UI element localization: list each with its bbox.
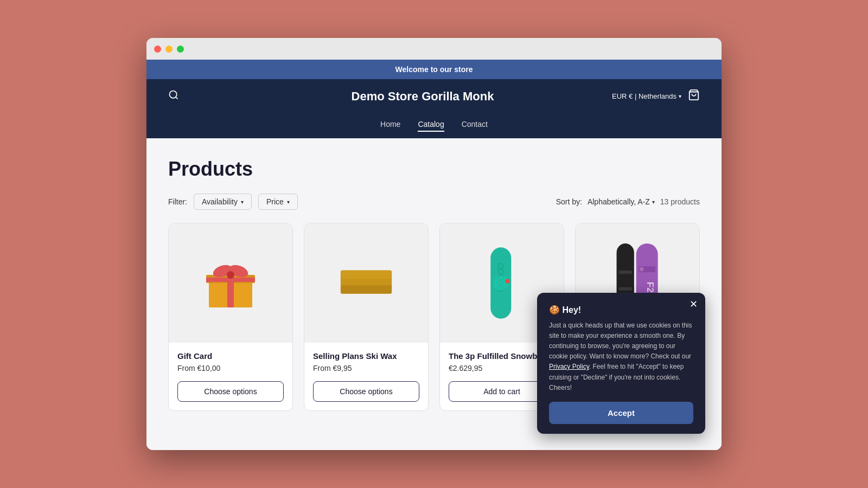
filter-right: Sort by: Alphabetically, A-Z ▾ 13 produc… [556,197,700,206]
availability-filter[interactable]: Availability ▾ [194,194,252,210]
svg-rect-12 [341,285,392,294]
cookie-accept-button[interactable]: Accept [549,402,693,424]
cookie-popup: ✕ 🍪 Hey! Just a quick heads up that we u… [537,293,705,434]
nav-home[interactable]: Home [380,120,400,132]
sort-selector[interactable]: Alphabetically, A-Z ▾ [588,197,655,206]
svg-rect-25 [618,287,632,291]
product-image-gift-card [169,223,292,343]
price-label: Price [266,197,284,206]
choose-options-btn-1[interactable]: Choose options [177,381,284,402]
header-right: EUR € | Netherlands ▾ [612,89,700,104]
browser-titlebar [146,38,722,60]
main-nav: Home Catalog Contact [168,113,700,138]
cookie-emoji: 🍪 [549,305,560,314]
svg-line-1 [176,97,178,99]
product-image-ski-wax [304,223,428,343]
ski-wax-image [336,264,396,302]
svg-rect-24 [618,271,632,274]
cart-button[interactable] [688,89,700,104]
price-filter[interactable]: Price ▾ [258,194,298,210]
svg-point-20 [505,279,509,283]
cookie-body-text: Just a quick heads up that we use cookie… [549,320,693,393]
svg-rect-11 [341,270,392,279]
price-chevron: ▾ [287,199,290,205]
currency-selector[interactable]: EUR € | Netherlands ▾ [612,92,681,100]
svg-point-15 [498,269,503,274]
product-count: 13 products [660,197,700,206]
product-name-2: Selling Plans Ski Wax [313,351,419,361]
product-card-1: Gift Card From €10,00 Choose options [168,223,293,411]
filter-left: Filter: Availability ▾ Price ▾ [168,194,298,210]
product-card-2: Selling Plans Ski Wax From €9,95 Choose … [304,223,429,411]
svg-point-19 [493,275,508,291]
header-top: Demo Store Gorilla Monk EUR € | Netherla… [168,79,700,113]
privacy-policy-link[interactable]: Privacy Policy [549,363,589,370]
header-left [168,89,233,103]
availability-chevron: ▾ [241,199,244,205]
browser-window: Welcome to our store Demo Store Gorilla … [146,38,722,450]
product-price-2: From €9,95 [313,364,419,373]
announcement-bar: Welcome to our store [146,60,722,79]
sort-chevron: ▾ [652,199,655,205]
availability-label: Availability [202,197,238,206]
header: Demo Store Gorilla Monk EUR € | Netherla… [146,79,722,138]
svg-point-14 [498,264,503,269]
nav-catalog[interactable]: Catalog [418,120,444,132]
svg-text:F2: F2 [645,282,655,293]
search-button[interactable] [168,89,179,103]
product-info-gift-card: Gift Card From €10,00 [169,343,292,381]
sort-value: Alphabetically, A-Z [588,197,650,206]
product-info-ski-wax: Selling Plans Ski Wax From €9,95 [304,343,428,381]
cookie-title-text: Hey! [562,305,581,314]
maximize-dot[interactable] [177,46,184,53]
choose-options-btn-2[interactable]: Choose options [313,381,419,402]
filter-bar: Filter: Availability ▾ Price ▾ Sort by: … [168,194,700,210]
filter-label: Filter: [168,197,187,206]
sort-label: Sort by: [556,197,582,206]
currency-text: EUR € | Netherlands [612,92,676,100]
gift-card-image [203,256,258,310]
currency-chevron: ▾ [679,93,681,99]
minimize-dot[interactable] [165,46,173,53]
store-logo: Demo Store Gorilla Monk [233,89,612,104]
snowboard-teal-image [477,229,526,337]
svg-point-27 [640,267,644,272]
cookie-title: 🍪 Hey! [549,305,693,315]
cookie-close-button[interactable]: ✕ [690,298,698,310]
cookie-body-before: Just a quick heads up that we use cookie… [549,322,692,361]
svg-point-9 [227,271,234,279]
svg-point-0 [170,91,177,98]
product-name-1: Gift Card [177,351,284,361]
nav-contact[interactable]: Contact [462,120,488,132]
announcement-text: Welcome to our store [395,65,473,74]
close-dot[interactable] [154,46,161,53]
page-title: Products [168,158,700,181]
product-price-1: From €10,00 [177,364,284,373]
